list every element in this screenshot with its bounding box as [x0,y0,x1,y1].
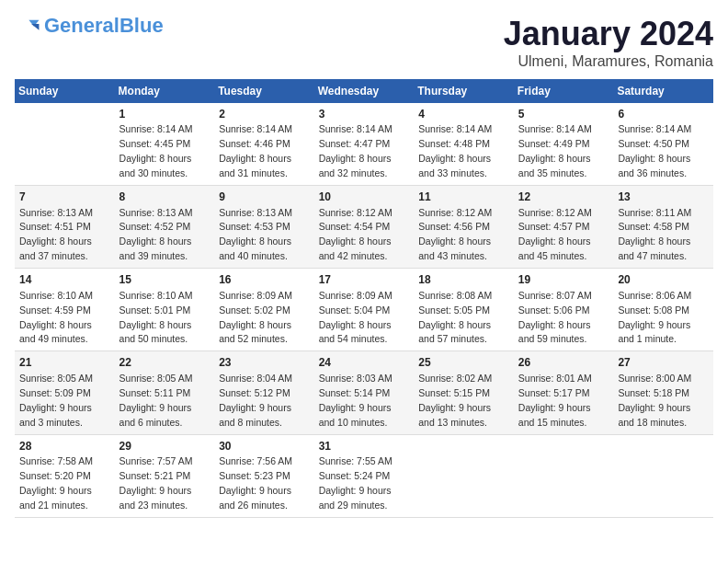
day-number: 24 [319,355,410,371]
day-cell: 18Sunrise: 8:08 AM Sunset: 5:05 PM Dayli… [414,269,514,351]
day-info: Sunrise: 8:03 AM Sunset: 5:14 PM Dayligh… [319,373,392,428]
day-cell: 27Sunrise: 8:00 AM Sunset: 5:18 PM Dayli… [613,351,713,434]
day-cell: 13Sunrise: 8:11 AM Sunset: 4:58 PM Dayli… [613,186,713,269]
day-cell: 22Sunrise: 8:05 AM Sunset: 5:11 PM Dayli… [115,351,215,434]
day-info: Sunrise: 8:14 AM Sunset: 4:48 PM Dayligh… [418,123,492,178]
svg-marker-1 [31,24,39,30]
day-info: Sunrise: 7:55 AM Sunset: 5:24 PM Dayligh… [319,455,392,511]
day-info: Sunrise: 7:58 AM Sunset: 5:20 PM Dayligh… [19,455,93,511]
day-info: Sunrise: 8:06 AM Sunset: 5:08 PM Dayligh… [618,290,691,345]
day-cell: 17Sunrise: 8:09 AM Sunset: 5:04 PM Dayli… [314,269,415,351]
day-info: Sunrise: 8:14 AM Sunset: 4:45 PM Dayligh… [119,123,193,178]
day-info: Sunrise: 8:12 AM Sunset: 4:57 PM Dayligh… [518,207,592,262]
day-cell: 10Sunrise: 8:12 AM Sunset: 4:54 PM Dayli… [314,186,415,269]
day-cell: 7Sunrise: 8:13 AM Sunset: 4:51 PM Daylig… [15,186,115,269]
day-number: 3 [319,107,410,122]
day-cell: 3Sunrise: 8:14 AM Sunset: 4:47 PM Daylig… [314,103,415,186]
day-cell: 15Sunrise: 8:10 AM Sunset: 5:01 PM Dayli… [115,269,215,351]
day-number: 16 [219,272,310,288]
calendar-body: 1Sunrise: 8:14 AM Sunset: 4:45 PM Daylig… [15,103,713,517]
header-cell-friday: Friday [514,79,614,103]
day-number: 13 [618,190,709,205]
day-cell: 2Sunrise: 8:14 AM Sunset: 4:46 PM Daylig… [214,103,314,186]
day-number: 5 [518,107,609,122]
day-cell: 8Sunrise: 8:13 AM Sunset: 4:52 PM Daylig… [115,186,215,269]
day-cell: 23Sunrise: 8:04 AM Sunset: 5:12 PM Dayli… [214,351,314,434]
day-info: Sunrise: 8:04 AM Sunset: 5:12 PM Dayligh… [219,373,292,428]
logo-general: General [44,14,119,37]
day-cell: 1Sunrise: 8:14 AM Sunset: 4:45 PM Daylig… [115,103,215,186]
day-info: Sunrise: 8:09 AM Sunset: 5:02 PM Dayligh… [219,290,292,345]
day-number: 18 [418,272,509,288]
day-number: 29 [119,439,210,454]
day-cell [514,434,614,517]
title-block: January 2024 Ulmeni, Maramures, Romania [504,15,713,70]
day-number: 12 [518,190,609,205]
day-info: Sunrise: 8:14 AM Sunset: 4:46 PM Dayligh… [219,123,292,178]
day-cell: 21Sunrise: 8:05 AM Sunset: 5:09 PM Dayli… [15,351,115,434]
day-number: 26 [518,355,609,371]
logo: GeneralBlue [15,15,164,37]
day-number: 11 [418,190,509,205]
day-info: Sunrise: 8:14 AM Sunset: 4:50 PM Dayligh… [618,123,691,178]
day-number: 20 [618,272,709,288]
header-cell-thursday: Thursday [414,79,514,103]
day-info: Sunrise: 8:02 AM Sunset: 5:15 PM Dayligh… [418,373,492,428]
day-cell: 20Sunrise: 8:06 AM Sunset: 5:08 PM Dayli… [613,269,713,351]
day-cell: 31Sunrise: 7:55 AM Sunset: 5:24 PM Dayli… [314,434,415,517]
day-info: Sunrise: 8:14 AM Sunset: 4:49 PM Dayligh… [518,123,592,178]
day-number: 9 [219,190,310,205]
day-cell: 14Sunrise: 8:10 AM Sunset: 4:59 PM Dayli… [15,269,115,351]
header-cell-wednesday: Wednesday [314,79,415,103]
day-info: Sunrise: 8:10 AM Sunset: 4:59 PM Dayligh… [19,290,93,345]
day-info: Sunrise: 7:57 AM Sunset: 5:21 PM Dayligh… [119,455,193,511]
day-cell: 28Sunrise: 7:58 AM Sunset: 5:20 PM Dayli… [15,434,115,517]
day-info: Sunrise: 8:05 AM Sunset: 5:11 PM Dayligh… [119,373,193,428]
day-number: 4 [418,107,509,122]
calendar-table: SundayMondayTuesdayWednesdayThursdayFrid… [15,79,713,518]
day-cell [613,434,713,517]
day-info: Sunrise: 8:01 AM Sunset: 5:17 PM Dayligh… [518,373,592,428]
week-row-4: 21Sunrise: 8:05 AM Sunset: 5:09 PM Dayli… [15,351,713,434]
day-number: 1 [119,107,210,122]
day-cell: 30Sunrise: 7:56 AM Sunset: 5:23 PM Dayli… [214,434,314,517]
day-number: 6 [618,107,709,122]
day-number: 27 [618,355,709,371]
day-number: 23 [219,355,310,371]
day-cell: 11Sunrise: 8:12 AM Sunset: 4:56 PM Dayli… [414,186,514,269]
day-cell: 29Sunrise: 7:57 AM Sunset: 5:21 PM Dayli… [115,434,215,517]
day-info: Sunrise: 8:13 AM Sunset: 4:53 PM Dayligh… [219,207,292,262]
day-cell [414,434,514,517]
day-info: Sunrise: 8:09 AM Sunset: 5:04 PM Dayligh… [319,290,392,345]
day-info: Sunrise: 8:07 AM Sunset: 5:06 PM Dayligh… [518,290,592,345]
logo-text: GeneralBlue [44,15,164,37]
day-info: Sunrise: 8:12 AM Sunset: 4:54 PM Dayligh… [319,207,392,262]
day-cell: 12Sunrise: 8:12 AM Sunset: 4:57 PM Dayli… [514,186,614,269]
day-cell: 5Sunrise: 8:14 AM Sunset: 4:49 PM Daylig… [514,103,614,186]
day-info: Sunrise: 8:00 AM Sunset: 5:18 PM Dayligh… [618,373,691,428]
header-cell-sunday: Sunday [15,79,115,103]
day-number: 15 [119,272,210,288]
day-cell [15,103,115,186]
page-header: GeneralBlue January 2024 Ulmeni, Maramur… [15,15,713,70]
header-cell-saturday: Saturday [613,79,713,103]
day-cell: 9Sunrise: 8:13 AM Sunset: 4:53 PM Daylig… [214,186,314,269]
day-info: Sunrise: 8:14 AM Sunset: 4:47 PM Dayligh… [319,123,392,178]
day-number: 21 [19,355,110,371]
header-cell-monday: Monday [115,79,215,103]
logo-blue: Blue [119,14,164,37]
day-cell: 24Sunrise: 8:03 AM Sunset: 5:14 PM Dayli… [314,351,415,434]
location-title: Ulmeni, Maramures, Romania [504,53,713,70]
day-cell: 19Sunrise: 8:07 AM Sunset: 5:06 PM Dayli… [514,269,614,351]
week-row-3: 14Sunrise: 8:10 AM Sunset: 4:59 PM Dayli… [15,269,713,351]
day-number: 30 [219,439,310,454]
month-title: January 2024 [504,15,713,53]
day-info: Sunrise: 7:56 AM Sunset: 5:23 PM Dayligh… [219,455,292,511]
day-info: Sunrise: 8:05 AM Sunset: 5:09 PM Dayligh… [19,373,93,428]
day-cell: 6Sunrise: 8:14 AM Sunset: 4:50 PM Daylig… [613,103,713,186]
day-number: 17 [319,272,410,288]
week-row-1: 1Sunrise: 8:14 AM Sunset: 4:45 PM Daylig… [15,103,713,186]
day-number: 10 [319,190,410,205]
day-cell: 26Sunrise: 8:01 AM Sunset: 5:17 PM Dayli… [514,351,614,434]
day-cell: 25Sunrise: 8:02 AM Sunset: 5:15 PM Dayli… [414,351,514,434]
